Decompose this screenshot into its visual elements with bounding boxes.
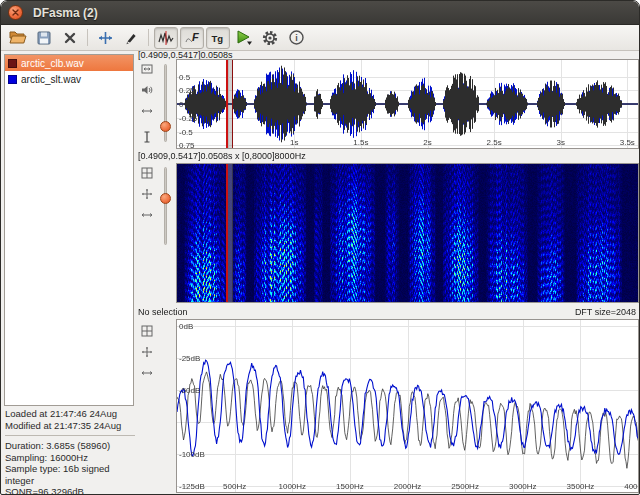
titlebar[interactable]: DFasma (2) bbox=[1, 1, 639, 25]
settings-button[interactable] bbox=[258, 27, 282, 49]
spectrum-x-tick: 500Hz bbox=[223, 482, 246, 491]
waveform-x-tick: 3.5s bbox=[620, 138, 635, 147]
spectrum-tg-view-icon: Tg bbox=[210, 30, 226, 46]
play-icon bbox=[235, 29, 253, 46]
spectrum-grid-button[interactable] bbox=[139, 323, 155, 339]
pen-edit-icon bbox=[123, 30, 139, 46]
info-glyph: i bbox=[295, 33, 298, 43]
file-detail-line: Sampling: 16000Hz bbox=[5, 452, 135, 464]
waveform-view-icon bbox=[158, 30, 174, 46]
spectrum-plot[interactable]: 0dB-25dB-50dB-100dB-125dB500Hz1000Hz1500… bbox=[176, 319, 639, 493]
waveform-y-tick: 0 bbox=[179, 100, 183, 109]
file-item-label: arctic_slt.wav bbox=[21, 74, 81, 85]
waveform-y-tick: -0.5 bbox=[179, 127, 193, 136]
dft-size-label: DFT size=2048 bbox=[575, 307, 636, 317]
fit-width-icon bbox=[141, 63, 153, 75]
spectrum-curve-clb bbox=[177, 372, 638, 468]
slider-track bbox=[164, 167, 167, 245]
spectrum-x-tick: 2000Hz bbox=[394, 482, 422, 491]
pen-edit-button[interactable] bbox=[119, 27, 143, 49]
spectrum-x-tick: 3500Hz bbox=[567, 482, 595, 491]
spectrogram-plot[interactable] bbox=[176, 163, 639, 303]
waveform-ibeam-button[interactable] bbox=[139, 129, 155, 145]
loaded-timestamp: Loaded at 21:47:46 24Aug bbox=[5, 408, 135, 420]
gear-icon bbox=[261, 29, 279, 47]
waveform-play-cursor-button[interactable] bbox=[139, 82, 155, 98]
speaker-icon bbox=[141, 84, 153, 96]
play-button[interactable] bbox=[232, 27, 256, 49]
selection-mode-icon bbox=[97, 30, 114, 46]
spectrogram-pan-button[interactable] bbox=[139, 186, 155, 202]
info-separator bbox=[5, 435, 135, 436]
file-item-label: arctic_clb.wav bbox=[21, 58, 84, 69]
spectrum-x-tick: 2500Hz bbox=[451, 482, 479, 491]
file-detail-line: Sample type: 16b signed integer bbox=[5, 463, 135, 486]
waveform-y-tick: -0.25 bbox=[179, 113, 197, 122]
tg-glyph: Tg bbox=[212, 33, 224, 44]
spectrogram-grid-button[interactable] bbox=[139, 165, 155, 181]
spectrum-tg-view-toggle[interactable]: Tg bbox=[206, 27, 230, 49]
open-file-button[interactable] bbox=[6, 27, 30, 49]
grid-icon bbox=[141, 167, 153, 179]
slider-handle[interactable] bbox=[160, 121, 171, 132]
selection-mode-button[interactable] bbox=[93, 27, 117, 49]
h-zoom-icon bbox=[141, 209, 153, 221]
file-item[interactable]: arctic_clb.wav bbox=[5, 55, 133, 71]
spectrum-f-view-icon: F bbox=[184, 30, 200, 46]
file-detail-line: Duration: 3.685s (58960) bbox=[5, 440, 135, 452]
grid-line bbox=[638, 320, 639, 492]
spectrum-x-tick: 1500Hz bbox=[336, 482, 364, 491]
waveform-view-toggle[interactable] bbox=[154, 27, 178, 49]
file-details: Duration: 3.685s (58960)Sampling: 16000H… bbox=[5, 440, 135, 495]
spectrogram-hzoom-button[interactable] bbox=[139, 207, 155, 223]
grid-icon bbox=[141, 325, 153, 337]
selection-cursor[interactable] bbox=[226, 60, 233, 148]
waveform-vzoom-slider[interactable] bbox=[159, 64, 171, 142]
spectrogram-contrast-slider[interactable] bbox=[159, 167, 171, 245]
file-detail-line: SQNR=96.3296dB bbox=[5, 486, 135, 495]
save-file-button[interactable] bbox=[32, 27, 56, 49]
selection-cursor[interactable] bbox=[226, 164, 233, 302]
waveform-x-tick: 1s bbox=[290, 138, 298, 147]
spectrum-hzoom-button[interactable] bbox=[139, 365, 155, 381]
modified-timestamp: Modified at 21:47:35 24Aug bbox=[5, 420, 135, 432]
h-zoom-icon bbox=[141, 105, 153, 117]
spectrum-x-tick: 4000Hz bbox=[624, 482, 639, 491]
spectrum-y-tick: -50dB bbox=[179, 386, 200, 395]
info-icon: i bbox=[288, 29, 305, 46]
pan-move-icon bbox=[141, 346, 153, 358]
waveform-x-tick: 2.5s bbox=[487, 138, 502, 147]
spectrum-x-tick: 3000Hz bbox=[509, 482, 537, 491]
toolbar-separator bbox=[148, 29, 149, 46]
spectrum-f-view-toggle[interactable]: F bbox=[180, 27, 204, 49]
pan-move-icon bbox=[141, 188, 153, 200]
waveform-x-tick: 2s bbox=[423, 138, 431, 147]
window-close-button[interactable] bbox=[8, 5, 23, 20]
file-color-swatch bbox=[8, 75, 17, 84]
spectrum-y-tick: -25dB bbox=[179, 354, 200, 363]
file-list[interactable]: arctic_clb.wavarctic_slt.wav bbox=[4, 54, 134, 406]
file-item[interactable]: arctic_slt.wav bbox=[5, 71, 133, 87]
spectrum-status-label: No selection bbox=[138, 307, 188, 317]
about-button[interactable]: i bbox=[284, 27, 308, 49]
save-file-icon bbox=[36, 30, 52, 46]
waveform-toolbar bbox=[138, 61, 156, 145]
spectrum-pan-button[interactable] bbox=[139, 344, 155, 360]
waveform-hzoom-button[interactable] bbox=[139, 103, 155, 119]
waveform-fit-button[interactable] bbox=[139, 61, 155, 77]
slider-handle[interactable] bbox=[160, 193, 171, 204]
file-info-block: Loaded at 21:47:46 24Aug Modified at 21:… bbox=[5, 408, 135, 495]
spectrum-y-tick: 0dB bbox=[179, 322, 193, 331]
file-color-swatch bbox=[8, 59, 17, 68]
close-file-icon bbox=[62, 30, 78, 46]
waveform-plot[interactable]: 0.50.250-0.25-0.50.751s1.5s2s2.5s3s3.5s bbox=[176, 59, 639, 149]
waveform-y-tick: 0.75 bbox=[179, 141, 195, 149]
h-zoom-icon bbox=[141, 367, 153, 379]
spectrogram-toolbar bbox=[138, 165, 156, 245]
spectrogram-canvas bbox=[177, 164, 638, 302]
close-file-button[interactable] bbox=[58, 27, 82, 49]
waveform-canvas bbox=[177, 60, 638, 148]
spectrum-y-tick: -100dB bbox=[179, 449, 205, 458]
f-glyph: F bbox=[192, 31, 199, 43]
waveform-x-tick: 3s bbox=[556, 138, 564, 147]
